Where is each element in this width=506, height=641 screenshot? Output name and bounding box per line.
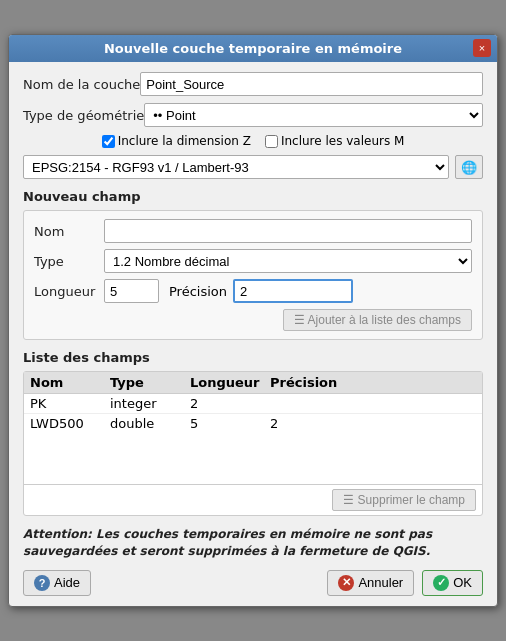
liste-champs-title: Liste des champs <box>23 350 483 365</box>
crs-button[interactable]: 🌐 <box>455 155 483 179</box>
crs-icon: 🌐 <box>461 160 477 175</box>
crs-row: EPSG:2154 - RGF93 v1 / Lambert-93 🌐 <box>23 155 483 179</box>
annuler-button[interactable]: ✕ Annuler <box>327 570 414 596</box>
crs-select[interactable]: EPSG:2154 - RGF93 v1 / Lambert-93 <box>23 155 449 179</box>
table-body: PK integer 2 LWD500 double 5 2 <box>24 394 482 484</box>
longueur-label: Longueur <box>34 284 104 299</box>
attention-prefix: Attention: <box>23 527 92 541</box>
row1-longueur: 5 <box>190 416 270 431</box>
dialog: Nouvelle couche temporaire en mémoire × … <box>8 34 498 607</box>
champ-nom-row: Nom <box>34 219 472 243</box>
aide-button[interactable]: ? Aide <box>23 570 91 596</box>
checkbox-row: Inclure la dimension Z Inclure les valeu… <box>23 134 483 148</box>
champ-type-select[interactable]: 1.2 Nombre décimal <box>104 249 472 273</box>
table-row[interactable]: PK integer 2 <box>24 394 482 414</box>
row0-nom: PK <box>30 396 110 411</box>
type-geometrie-select[interactable]: •• Point <box>144 103 483 127</box>
bottom-buttons: ? Aide ✕ Annuler ✓ OK <box>23 570 483 596</box>
ajouter-button[interactable]: ☰ Ajouter à la liste des champs <box>283 309 472 331</box>
col-type: Type <box>110 375 190 390</box>
champ-type-row: Type 1.2 Nombre décimal <box>34 249 472 273</box>
row1-precision: 2 <box>270 416 350 431</box>
title-bar: Nouvelle couche temporaire en mémoire × <box>9 35 497 62</box>
supprimer-button[interactable]: ☰ Supprimer le champ <box>332 489 476 511</box>
type-geometrie-row: Type de géométrie •• Point <box>23 103 483 127</box>
annuler-icon: ✕ <box>338 575 354 591</box>
table-header: Nom Type Longueur Précision <box>24 372 482 394</box>
ajouter-icon: ☰ <box>294 313 305 327</box>
longueur-input[interactable] <box>104 279 159 303</box>
ok-button[interactable]: ✓ OK <box>422 570 483 596</box>
type-geometrie-label: Type de géométrie <box>23 108 144 123</box>
col-longueur: Longueur <box>190 375 270 390</box>
precision-label: Précision <box>169 284 227 299</box>
nom-couche-input[interactable] <box>140 72 483 96</box>
aide-icon: ? <box>34 575 50 591</box>
champ-nom-label: Nom <box>34 224 104 239</box>
col-nom: Nom <box>30 375 110 390</box>
liste-champs-section: Nom Type Longueur Précision PK integer 2… <box>23 371 483 516</box>
nom-couche-row: Nom de la couche <box>23 72 483 96</box>
ajouter-row: ☰ Ajouter à la liste des champs <box>34 309 472 331</box>
champ-nom-input[interactable] <box>104 219 472 243</box>
close-button[interactable]: × <box>473 39 491 57</box>
include-z-label[interactable]: Inclure la dimension Z <box>102 134 251 148</box>
supprimer-icon: ☰ <box>343 493 354 507</box>
include-z-checkbox[interactable] <box>102 135 115 148</box>
dialog-title: Nouvelle couche temporaire en mémoire <box>104 41 402 56</box>
row0-longueur: 2 <box>190 396 270 411</box>
col-precision: Précision <box>270 375 350 390</box>
dialog-body: Nom de la couche Type de géométrie •• Po… <box>9 62 497 606</box>
row1-type: double <box>110 416 190 431</box>
nouveau-champ-title: Nouveau champ <box>23 189 483 204</box>
include-m-checkbox[interactable] <box>265 135 278 148</box>
ok-icon: ✓ <box>433 575 449 591</box>
precision-input[interactable] <box>233 279 353 303</box>
row0-type: integer <box>110 396 190 411</box>
nouveau-champ-section: Nom Type 1.2 Nombre décimal Longueur Pré… <box>23 210 483 340</box>
nom-couche-label: Nom de la couche <box>23 77 140 92</box>
longueur-row: Longueur Précision <box>34 279 472 303</box>
right-buttons: ✕ Annuler ✓ OK <box>327 570 483 596</box>
table-row[interactable]: LWD500 double 5 2 <box>24 414 482 433</box>
row0-precision <box>270 396 350 411</box>
include-m-label[interactable]: Inclure les valeurs M <box>265 134 404 148</box>
champ-type-label: Type <box>34 254 104 269</box>
supprimer-row: ☰ Supprimer le champ <box>24 484 482 515</box>
row1-nom: LWD500 <box>30 416 110 431</box>
attention-text: Attention: Les couches temporaires en mé… <box>23 526 483 560</box>
